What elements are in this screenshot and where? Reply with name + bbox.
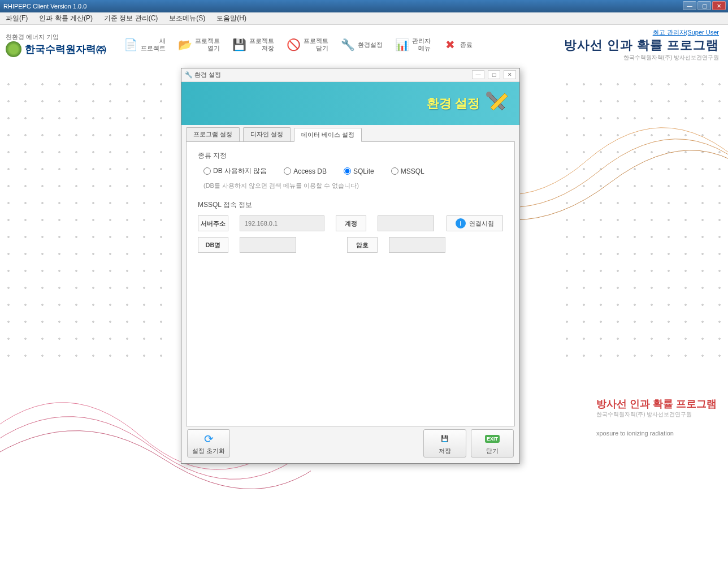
- radio-db-access[interactable]: Access DB: [284, 166, 327, 176]
- server-input[interactable]: [240, 215, 324, 231]
- save-project-button[interactable]: 💾프로젝트 저장: [226, 34, 279, 55]
- reset-settings-button[interactable]: ⟳ 설정 초기화: [187, 429, 230, 458]
- dialog-close-button[interactable]: ✕: [504, 70, 516, 79]
- settings-dialog: 🔧 환경 설정 — ▢ ✕ 환경 설정 프로그램 설정 디자인 설정 데이터 베…: [181, 68, 520, 464]
- tools-icon: [482, 88, 514, 119]
- admin-menu-button[interactable]: 📊관리자 메뉴: [389, 34, 436, 55]
- dialog-banner: 환경 설정: [181, 82, 519, 125]
- password-input[interactable]: [389, 237, 445, 253]
- brand-subtitle: 한국수력원자력(주) 방사선보건연구원: [596, 411, 717, 418]
- app-header: 친환경 에너지 기업 한국수력원자력㈜ 📄새 프로젝트 📂프로젝트 열기 💾프로…: [0, 25, 728, 64]
- close-settings-button[interactable]: EXIT 닫기: [471, 429, 514, 458]
- menu-bar: 파일(F) 인과 확률 계산(P) 기준 정보 관리(C) 보조메뉴(S) 도움…: [0, 12, 728, 25]
- save-settings-button[interactable]: 💾 저장: [423, 429, 466, 458]
- db-type-label: 종류 지정: [198, 151, 503, 161]
- logo-icon: [6, 41, 21, 57]
- server-label: 서버주소: [198, 215, 228, 231]
- menu-help[interactable]: 도움말(H): [211, 14, 252, 23]
- dbname-input[interactable]: [240, 237, 296, 253]
- window-title: RHIPEPC Client Version 1.0.0: [3, 3, 86, 10]
- window-titlebar: RHIPEPC Client Version 1.0.0 — ▢ ✕: [0, 0, 728, 12]
- dialog-footer: ⟳ 설정 초기화 💾 저장 EXIT 닫기: [187, 429, 514, 458]
- open-project-button[interactable]: 📂프로젝트 열기: [172, 34, 225, 55]
- brand-english: xposure to ionizing radiation: [596, 430, 717, 437]
- test-connection-button[interactable]: i 연결시험: [447, 215, 503, 231]
- close-project-icon: 🚫: [285, 37, 301, 53]
- db-hint: (DB를 사용하지 않으면 검색 메뉴를 이용할 수 없습니다): [203, 182, 503, 190]
- admin-icon: 📊: [394, 37, 410, 53]
- tab-database[interactable]: 데이터 베이스 설정: [294, 128, 362, 142]
- brand-title: 방사선 인과 확률 프로그램: [596, 397, 717, 411]
- info-icon: i: [456, 218, 466, 228]
- dialog-title: 환경 설정: [194, 71, 221, 79]
- company-tagline: 친환경 에너지 기업: [6, 33, 106, 41]
- menu-file[interactable]: 파일(F): [0, 14, 33, 23]
- window-minimize-button[interactable]: —: [683, 1, 696, 10]
- company-name: 한국수력원자력㈜: [25, 42, 106, 56]
- settings-icon: 🔧: [340, 37, 356, 53]
- svg-point-0: [486, 92, 492, 97]
- main-toolbar: 📄새 프로젝트 📂프로젝트 열기 💾프로젝트 저장 🚫프로젝트 닫기 🔧환경설정…: [118, 34, 478, 55]
- dialog-titlebar: 🔧 환경 설정 — ▢ ✕: [181, 68, 519, 82]
- new-project-icon: 📄: [123, 37, 138, 53]
- radio-db-sqlite[interactable]: SQLite: [344, 166, 374, 176]
- radio-db-mssql[interactable]: MSSQL: [391, 166, 424, 176]
- menu-calc[interactable]: 인과 확률 계산(P): [33, 14, 98, 23]
- dbname-label: DB명: [198, 237, 228, 253]
- menu-base[interactable]: 기준 정보 관리(C): [98, 14, 163, 23]
- window-maximize-button[interactable]: ▢: [697, 1, 711, 10]
- window-close-button[interactable]: ✕: [712, 1, 726, 10]
- menu-aux[interactable]: 보조메뉴(S): [163, 14, 211, 23]
- tab-content: 종류 지정 DB 사용하지 않음 Access DB SQLite MSSQL …: [186, 141, 515, 426]
- tab-design[interactable]: 디자인 설정: [243, 127, 291, 141]
- settings-tabs: 프로그램 설정 디자인 설정 데이터 베이스 설정: [181, 125, 519, 141]
- program-title: 방사선 인과 확률 프로그램: [564, 37, 719, 54]
- refresh-icon: ⟳: [202, 432, 215, 446]
- save-project-icon: 💾: [231, 37, 247, 53]
- dialog-banner-title: 환경 설정: [427, 95, 480, 112]
- dialog-maximize-button[interactable]: ▢: [488, 70, 500, 79]
- exit-badge-icon: EXIT: [486, 432, 499, 446]
- radio-db-none[interactable]: DB 사용하지 않음: [203, 166, 267, 176]
- open-project-icon: 📂: [177, 37, 193, 53]
- exit-icon: ✖: [442, 37, 458, 53]
- mssql-section-label: MSSQL 접속 정보: [198, 200, 503, 210]
- new-project-button[interactable]: 📄새 프로젝트: [118, 34, 171, 55]
- company-logo: 친환경 에너지 기업 한국수력원자력㈜: [6, 33, 106, 57]
- dialog-minimize-button[interactable]: —: [472, 70, 484, 79]
- brand-footer: 방사선 인과 확률 프로그램 한국수력원자력(주) 방사선보건연구원 xposu…: [596, 397, 717, 437]
- password-label: 암호: [347, 237, 378, 253]
- exit-button[interactable]: ✖종료: [437, 34, 478, 55]
- account-input[interactable]: [378, 215, 434, 231]
- account-label: 계정: [336, 215, 366, 231]
- tab-program[interactable]: 프로그램 설정: [186, 127, 240, 141]
- program-subtitle: 한국수력원자력(주) 방사선보건연구원: [564, 54, 719, 62]
- super-user-link[interactable]: 최고 관리자(Super User: [564, 28, 719, 37]
- wrench-small-icon: 🔧: [185, 71, 193, 79]
- close-project-button[interactable]: 🚫프로젝트 닫기: [280, 34, 333, 55]
- env-settings-button[interactable]: 🔧환경설정: [335, 34, 388, 55]
- save-icon: 💾: [438, 432, 452, 446]
